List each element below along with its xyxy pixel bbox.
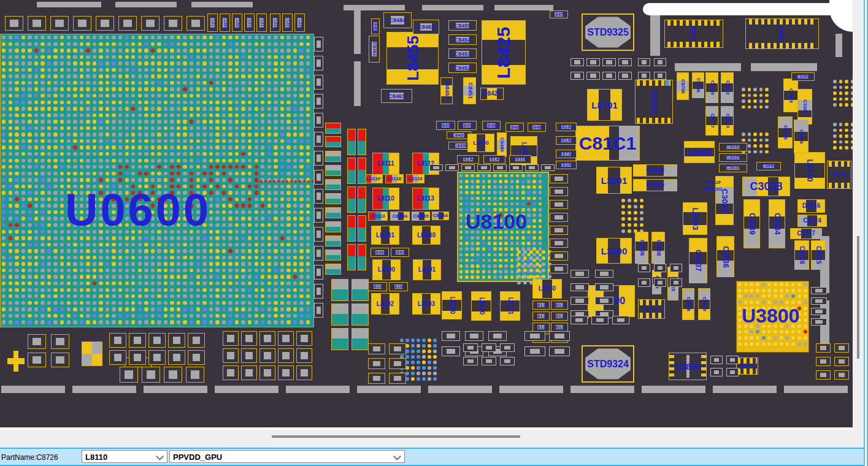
- part-C81D5[interactable]: C81D5: [509, 155, 531, 164]
- part-L8425[interactable]: L8425: [482, 20, 526, 85]
- small-component[interactable]: [314, 265, 323, 280]
- small-component[interactable]: [638, 72, 650, 80]
- small-component[interactable]: [325, 264, 341, 275]
- part-C1214[interactable]: C1214: [256, 13, 267, 32]
- part-C3036[interactable]: C3036: [716, 236, 734, 277]
- small-component[interactable]: [389, 358, 406, 369]
- small-component[interactable]: [358, 158, 366, 184]
- part-L3002[interactable]: L3002: [684, 141, 715, 163]
- part-L8710[interactable]: L8710: [794, 152, 825, 189]
- part-C3018[interactable]: C3018: [633, 164, 677, 177]
- small-component[interactable]: [5, 16, 23, 31]
- part-C0119[interactable]: C0119: [406, 174, 424, 183]
- part-D8458[interactable]: D8458: [440, 77, 453, 104]
- part-C810B[interactable]: C810B: [389, 282, 408, 291]
- small-component[interactable]: [129, 350, 146, 365]
- part-C8455[interactable]: C8455: [448, 20, 477, 31]
- small-component[interactable]: [296, 348, 312, 363]
- small-component[interactable]: [488, 331, 507, 341]
- small-component[interactable]: [670, 264, 682, 272]
- small-component[interactable]: [429, 164, 443, 171]
- small-component[interactable]: [109, 350, 126, 365]
- small-component[interactable]: [368, 358, 385, 369]
- part-L8102[interactable]: L8102: [371, 293, 399, 315]
- small-component[interactable]: [654, 264, 666, 272]
- part-C8460[interactable]: C8460: [371, 18, 380, 34]
- part-C81A1[interactable]: C81A1: [556, 136, 577, 145]
- part-C8480[interactable]: C8480: [497, 132, 507, 157]
- part-C8453[interactable]: C8453: [448, 48, 477, 59]
- small-component[interactable]: [670, 278, 682, 287]
- small-component[interactable]: [148, 333, 166, 348]
- small-component[interactable]: [28, 16, 46, 31]
- small-component[interactable]: [811, 297, 827, 305]
- part-C1201[interactable]: C1201: [232, 13, 242, 32]
- part-L8170[interactable]: L8170: [442, 291, 462, 319]
- small-component[interactable]: [550, 264, 568, 273]
- part-C8724[interactable]: C8724: [797, 215, 827, 227]
- small-component[interactable]: [595, 283, 613, 291]
- small-component[interactable]: [314, 56, 323, 71]
- small-component[interactable]: [325, 207, 341, 218]
- small-component[interactable]: [314, 151, 323, 166]
- part-L3001[interactable]: L3001: [596, 167, 632, 194]
- small-component[interactable]: [141, 16, 159, 31]
- small-component[interactable]: [325, 235, 341, 246]
- small-component[interactable]: [602, 72, 616, 80]
- small-component[interactable]: [710, 356, 723, 364]
- small-component[interactable]: [325, 250, 341, 261]
- part-L8455[interactable]: L8455: [386, 32, 439, 85]
- part-C8481[interactable]: C8481: [482, 121, 501, 130]
- part-C3289[interactable]: C3289: [778, 116, 793, 148]
- part-C8725[interactable]: C8725: [811, 240, 826, 270]
- small-component[interactable]: [314, 94, 323, 109]
- part-D8428[interactable]: D8428: [480, 88, 504, 100]
- part-C3206[interactable]: C3206: [794, 120, 808, 153]
- small-component[interactable]: [442, 331, 460, 341]
- part-L8121[interactable]: L8121: [500, 291, 520, 321]
- small-component[interactable]: [445, 164, 459, 171]
- small-component[interactable]: [612, 316, 629, 324]
- small-component[interactable]: [314, 246, 323, 261]
- small-component[interactable]: [223, 348, 239, 363]
- small-component[interactable]: [331, 328, 348, 350]
- bga-U0600[interactable]: U0600: [0, 34, 314, 327]
- part-C3008[interactable]: C3008: [651, 232, 665, 264]
- part-Y0600[interactable]: [82, 342, 102, 366]
- small-component[interactable]: [28, 334, 46, 349]
- small-component[interactable]: [389, 373, 406, 384]
- part-L3003[interactable]: L3003: [683, 202, 707, 235]
- part-C3369[interactable]: C3369: [783, 78, 798, 112]
- small-component[interactable]: [549, 346, 570, 356]
- part-C1229[interactable]: C1229: [294, 13, 305, 32]
- small-component[interactable]: [347, 158, 356, 184]
- small-component[interactable]: [331, 279, 348, 301]
- small-component[interactable]: [314, 113, 323, 128]
- small-component[interactable]: [325, 221, 341, 232]
- part-U8700[interactable]: U8700: [635, 80, 673, 124]
- part-C81A0[interactable]: C81A0: [457, 155, 479, 164]
- part-C8452[interactable]: C8452: [448, 63, 477, 73]
- small-component[interactable]: [586, 58, 600, 66]
- small-component[interactable]: [351, 328, 369, 350]
- small-component[interactable]: [168, 350, 185, 365]
- part-STD9324[interactable]: STD9324: [582, 345, 634, 383]
- small-component[interactable]: [347, 129, 356, 155]
- part-C1213[interactable]: C1213: [207, 13, 218, 32]
- small-component[interactable]: [164, 16, 182, 31]
- part-0100[interactable]: 0100: [664, 20, 723, 48]
- small-component[interactable]: [314, 132, 323, 147]
- part-C3092[interactable]: C3092: [756, 162, 781, 170]
- small-component[interactable]: [358, 186, 366, 213]
- part-L8701[interactable]: L8701: [587, 89, 622, 121]
- part-STD9325[interactable]: STD9325: [582, 13, 634, 51]
- small-component[interactable]: [550, 251, 568, 261]
- part-C8136[interactable]: C8136: [551, 323, 568, 332]
- part-C8726[interactable]: C8726: [794, 240, 809, 270]
- small-component[interactable]: [314, 208, 323, 223]
- part-C3029[interactable]: C3029: [719, 153, 747, 162]
- small-component[interactable]: [118, 16, 137, 31]
- part-C011E[interactable]: C011E: [385, 174, 404, 183]
- part-L8130[interactable]: L8130: [532, 279, 562, 299]
- part-C8451[interactable]: C8451: [463, 77, 476, 104]
